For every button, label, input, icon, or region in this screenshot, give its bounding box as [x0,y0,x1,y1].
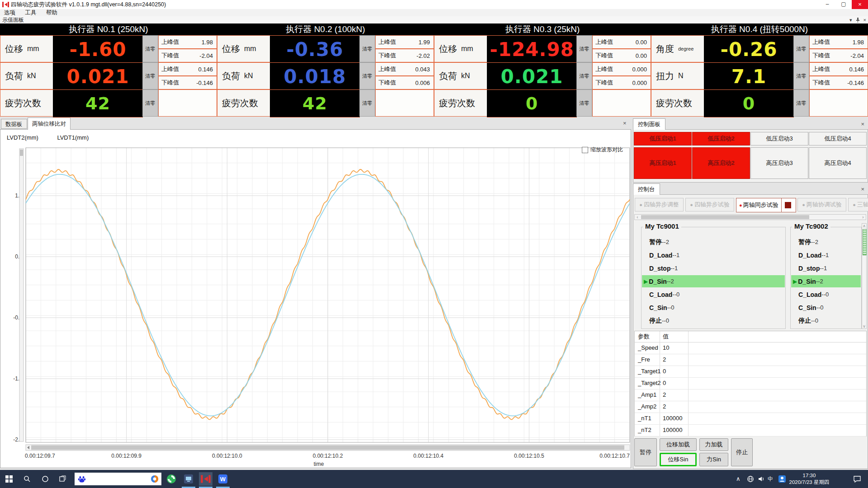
clear-button[interactable]: 清零 [142,62,158,89]
mode-toolbar-scrollbar[interactable]: ‹ › [634,214,866,220]
parameter-row[interactable]: _Speed10 [635,342,866,354]
clear-button[interactable]: 清零 [576,62,592,89]
scroll-right-icon[interactable]: › [860,215,866,220]
chart-close-icon[interactable]: × [623,120,627,127]
pressure-start-button[interactable]: 高压启动3 [750,147,808,179]
scroll-left-icon[interactable]: ‹ [635,215,640,220]
search-icon[interactable] [22,474,33,484]
pressure-start-button[interactable]: 低压启动3 [750,132,808,145]
pause-button[interactable]: 暂停 [634,438,657,466]
minimize-button[interactable]: – [819,0,835,9]
mode-button[interactable]: ●四轴异步调整 [635,198,684,211]
program-step-selected[interactable]: ▶D_Sin--2 [642,275,785,287]
parameter-row[interactable]: _Target10 [635,366,866,378]
task-view-icon[interactable] [57,474,68,484]
parameter-row[interactable]: _Target20 [635,377,866,389]
clear-button[interactable]: 清零 [576,35,592,62]
chart-vertical-scrollbar[interactable] [19,149,24,441]
program-step[interactable]: C_Load--0 [642,288,785,300]
parameter-row[interactable]: _Fre2 [635,354,866,366]
clear-button[interactable]: 清零 [793,35,809,62]
step-count: --0 [672,291,679,298]
pressure-start-button[interactable]: 低压启动2 [692,132,750,145]
computer-app-icon[interactable] [182,472,195,486]
network-globe-icon[interactable] [745,474,756,484]
volume-icon[interactable] [756,474,767,484]
scroll-up-icon[interactable]: ∧ [862,224,866,228]
program-step[interactable]: D_stop--1 [642,262,785,274]
chart-horizontal-scroll-thumb[interactable] [31,446,624,450]
mode-button[interactable]: ●三轴异步试验 [848,198,868,211]
program-step[interactable]: C_Load--0 [791,288,861,300]
zoom-compare-checkbox[interactable]: 缩放波形对比 [582,146,623,154]
console-panel-close-icon[interactable]: × [861,186,864,192]
program-step[interactable]: D_Load--1 [642,249,785,261]
stop-button[interactable]: 停止 [731,438,753,466]
clear-button[interactable]: 清零 [359,62,375,89]
mode-button[interactable]: ●四轴异步试验 [685,198,734,211]
program-step[interactable]: 停止--0 [791,314,861,327]
parameter-row[interactable]: _nT2100000 [635,424,866,436]
cortana-icon[interactable] [40,474,51,484]
checkbox-icon[interactable] [582,147,588,153]
menu-help[interactable]: 帮助 [42,9,61,16]
menu-options[interactable]: 选项 [0,9,19,16]
action-center-icon[interactable] [852,474,863,484]
mode-button-active[interactable]: ●两轴同步试验 [736,198,796,212]
pin-icon[interactable] [856,18,860,23]
program-step[interactable]: D_stop--1 [791,262,861,274]
mode-stop-square-button[interactable] [781,198,794,212]
force-sin-button[interactable]: 力Sin [699,453,728,466]
input-method-indicator[interactable]: 中 [768,470,773,488]
pressure-start-button[interactable]: 高压启动2 [692,147,750,179]
program-step[interactable]: C_Sin--0 [791,301,861,314]
taskbar-clock[interactable]: 17:30 2020/7/23 星期四 [788,472,830,486]
mode-button[interactable]: ●两轴协调试验 [797,198,846,211]
menu-tools[interactable]: 工具 [21,9,40,16]
maximize-button[interactable]: ▢ [835,0,852,9]
program-step[interactable]: 暂停--2 [642,236,785,248]
displacement-load-button[interactable]: 位移加载 [660,438,697,451]
program-list-scrollbar[interactable]: ∧ ∨ [862,223,867,329]
taskbar-search-input[interactable] [75,473,161,485]
wps-icon[interactable]: W [216,472,230,486]
program-step[interactable]: C_Sin--0 [642,301,785,314]
pressure-start-button[interactable]: 低压启动4 [809,132,867,145]
clear-button[interactable]: 清零 [142,35,158,62]
clear-button[interactable]: 清零 [142,89,158,117]
browser-360-icon[interactable] [165,472,178,486]
parameter-row[interactable]: _Amp22 [635,401,866,413]
parameter-row[interactable]: _Amp12 [635,389,866,401]
tab-two-axis-compare[interactable]: 两轴位移比对 [28,117,71,130]
program-list-scroll-thumb[interactable] [863,229,867,255]
parameter-row[interactable]: _nT1100000 [635,413,866,425]
force-load-button[interactable]: 力加载 [699,438,728,451]
fatigue-app-icon[interactable] [199,472,212,486]
pressure-start-button[interactable]: 高压启动1 [634,147,692,179]
program-step[interactable]: D_Load--1 [791,249,861,261]
clear-button[interactable]: 清零 [576,89,592,117]
tab-data-board[interactable]: 数据板 [1,119,27,129]
clear-button[interactable]: 清零 [359,89,375,117]
messenger-icon[interactable] [777,474,788,484]
control-panel-close-icon[interactable]: × [861,121,864,127]
scroll-down-icon[interactable]: ∨ [862,324,866,328]
chart-vertical-scroll-thumb[interactable] [20,150,23,156]
control-panel-tab[interactable]: 控制面板 [633,118,665,130]
program-step[interactable]: 暂停--2 [791,236,861,248]
mode-toolbar-scroll-thumb[interactable] [641,215,809,219]
close-button[interactable]: × [852,0,868,9]
console-panel-tab[interactable]: 控制台 [633,183,660,195]
program-step-selected[interactable]: ▶D_Sin--2 [791,275,861,287]
clear-button[interactable]: 清零 [793,89,809,117]
displacement-sin-button[interactable]: 位移Sin [660,453,697,466]
pressure-start-button[interactable]: 低压启动1 [634,132,692,145]
tray-expand-icon[interactable]: ∧ [736,470,741,488]
clear-button[interactable]: 清零 [793,62,809,89]
dropdown-icon[interactable]: ▾ [849,16,852,23]
pressure-start-button[interactable]: 高压启动4 [809,147,867,179]
clear-button[interactable]: 清零 [359,35,375,62]
close-panel-icon[interactable]: × [863,16,866,23]
start-button[interactable] [4,474,14,484]
program-step[interactable]: 停止--0 [642,314,785,327]
